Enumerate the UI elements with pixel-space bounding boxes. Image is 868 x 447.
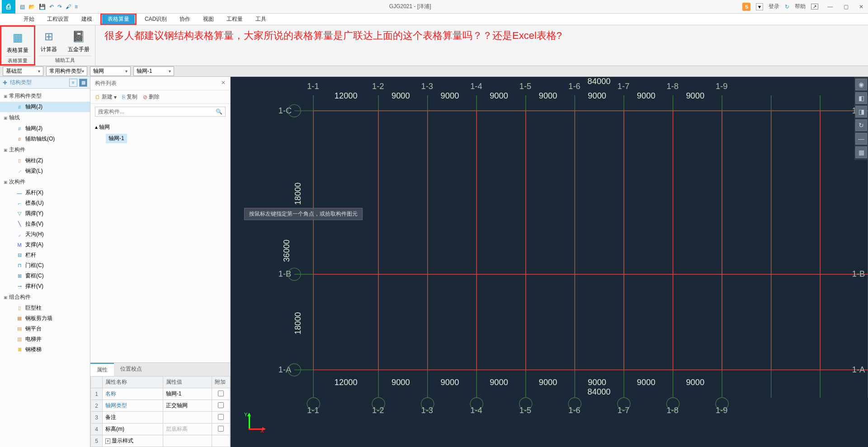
menu-tools[interactable]: 工具 — [250, 14, 272, 25]
close-icon[interactable]: ✕ — [854, 4, 868, 10]
tree-item[interactable]: ╲拉条(V) — [0, 219, 90, 229]
help-link[interactable]: 帮助 — [795, 3, 806, 10]
menu-table-calc[interactable]: 表格算量 — [102, 14, 135, 24]
tree-item[interactable]: ⟋钢梁(L) — [0, 166, 90, 176]
copy-button[interactable]: ⎘复制 — [122, 93, 137, 101]
table-row[interactable]: 5 +显示样式 — [91, 435, 230, 447]
component-type-dropdown[interactable]: 常用构件类型 — [46, 66, 87, 76]
tree-item-label: 系杆(X) — [25, 189, 43, 197]
svg-text:1-4: 1-4 — [470, 82, 482, 91]
search-icon[interactable]: 🔍 — [216, 108, 222, 115]
menu-modeling[interactable]: 建模 — [76, 14, 98, 25]
svg-text:9000: 9000 — [686, 378, 704, 387]
menu-cad[interactable]: CAD识别 — [139, 14, 172, 25]
search-box[interactable]: 🔍 — [95, 107, 226, 117]
item-icon: # — [16, 126, 23, 132]
menu-start[interactable]: 开始 — [18, 14, 40, 25]
cube2-icon[interactable]: ◨ — [855, 106, 867, 118]
table-row[interactable]: 3 备注 — [91, 412, 230, 423]
tree-root[interactable]: ▴ 轴网 — [95, 122, 226, 132]
refresh-icon[interactable]: ↻ — [855, 119, 867, 131]
tree-item[interactable]: ⊟栏杆 — [0, 250, 90, 260]
tree-item[interactable]: ◞天沟(H) — [0, 229, 90, 240]
s-badge-icon[interactable]: S — [742, 3, 750, 11]
floor-dropdown[interactable]: 基础层 — [3, 66, 43, 76]
align-icon[interactable]: ≡ — [75, 4, 78, 10]
tree-category[interactable]: 轴线 — [0, 112, 90, 123]
search-input[interactable] — [98, 108, 216, 115]
delete-button[interactable]: ⊘删除 — [143, 93, 160, 101]
grid-icon[interactable]: ▦ — [855, 146, 867, 158]
element-dropdown[interactable]: 轴网 — [90, 66, 131, 76]
tree-item[interactable]: ▦钢板剪力墙 — [0, 313, 90, 324]
tree-item[interactable]: ⊞窗框(C) — [0, 271, 90, 281]
new-icon[interactable]: ▤ — [20, 4, 25, 10]
item-icon: ⊸ — [16, 283, 23, 290]
calculator-button[interactable]: ⊞ 计算器 — [39, 28, 59, 55]
maximize-icon[interactable]: ▢ — [839, 4, 853, 10]
table-row[interactable]: 2 轴网类型 正交轴网 — [91, 400, 230, 412]
drawing-canvas[interactable]: 1-11-11-21-21-31-31-41-41-51-51-61-61-71… — [231, 77, 868, 447]
new-button[interactable]: 🗋新建 ▾ — [95, 93, 117, 101]
save-icon[interactable]: 💾 — [39, 4, 46, 10]
tree-item[interactable]: M支撑(A) — [0, 240, 90, 250]
tree-item-label: 窗框(C) — [25, 272, 44, 280]
svg-text:1-1: 1-1 — [307, 406, 319, 415]
table-row[interactable]: 1 名称 轴网-1 — [91, 388, 230, 400]
tree-item[interactable]: ⌐檩条(U) — [0, 198, 90, 208]
table-row[interactable]: 4 标高(m) 层底标高 — [91, 423, 230, 435]
item-icon: ⟋ — [16, 168, 23, 174]
login-link[interactable]: 登录 — [769, 3, 779, 10]
item-icon: ▦ — [16, 315, 23, 322]
tree-item[interactable]: —系杆(X) — [0, 188, 90, 198]
tree-item[interactable]: ▯巨型柱 — [0, 303, 90, 313]
tree-item[interactable]: #轴网(J) — [0, 123, 90, 134]
tree-item[interactable]: ⊓门框(C) — [0, 260, 90, 271]
menu-view[interactable]: 视图 — [198, 14, 219, 25]
menu-project-settings[interactable]: 工程设置 — [42, 14, 74, 25]
paint-icon[interactable]: 🖌 — [66, 4, 71, 10]
tree-item[interactable]: ▯钢柱(Z) — [0, 155, 90, 166]
table-calc-button[interactable]: ▦ 表格算量 — [5, 28, 30, 56]
component-instance-tree[interactable]: ▴ 轴网 轴网-1 — [90, 119, 230, 362]
component-tree[interactable]: 常用构件类型#轴网(J)轴线#轴网(J)#辅助轴线(O)主构件▯钢柱(Z)⟋钢梁… — [0, 89, 90, 447]
svg-text:9000: 9000 — [539, 91, 557, 100]
calculator-icon: ⊞ — [42, 29, 56, 44]
cube-icon[interactable]: ◧ — [855, 92, 867, 104]
minimize-icon[interactable]: — — [823, 4, 837, 10]
handbook-button[interactable]: 📓 五金手册 — [66, 28, 91, 55]
tree-category[interactable]: 次构件 — [0, 176, 90, 188]
pin-icon[interactable]: ✚ — [3, 80, 7, 86]
dash-icon[interactable]: — — [855, 133, 867, 145]
tree-item[interactable]: #轴网(J) — [0, 102, 90, 112]
tree-item[interactable]: ≣钢楼梯 — [0, 344, 90, 355]
list-view-icon[interactable]: ≡ — [69, 79, 77, 87]
tree-item[interactable]: ▤钢平台 — [0, 324, 90, 334]
tree-category[interactable]: 组合构件 — [0, 292, 90, 303]
tree-item-label: 钢平台 — [25, 325, 42, 333]
card-view-icon[interactable]: ▦ — [79, 79, 87, 87]
tree-item-label: 钢楼梯 — [25, 346, 42, 353]
tree-child[interactable]: 轴网-1 — [95, 132, 226, 145]
tree-item[interactable]: ▥电梯井 — [0, 334, 90, 344]
external-icon[interactable]: ↗ — [811, 4, 818, 9]
table-calc-label: 表格算量 — [7, 47, 28, 54]
instance-dropdown[interactable]: 轴网-1 — [133, 66, 174, 76]
redo-icon[interactable]: ↷ — [57, 4, 62, 10]
tab-properties[interactable]: 属性 — [90, 363, 114, 376]
tree-item[interactable]: ▽隅撑(Y) — [0, 208, 90, 219]
view-3d-icon[interactable]: ◉ — [855, 79, 867, 90]
menu-quantity[interactable]: 工程量 — [221, 14, 248, 25]
tree-item[interactable]: #辅助轴线(O) — [0, 134, 90, 144]
panel-close-icon[interactable]: ✕ — [221, 80, 226, 87]
item-icon: ⊞ — [16, 273, 23, 279]
tree-category[interactable]: 常用构件类型 — [0, 90, 90, 102]
tree-category[interactable]: 主构件 — [0, 144, 90, 155]
person-icon[interactable]: ↻ — [785, 4, 789, 10]
tab-position[interactable]: 位置校点 — [114, 363, 148, 376]
dropdown-small[interactable]: ▾ — [756, 3, 763, 10]
open-icon[interactable]: 📂 — [28, 4, 35, 10]
undo-icon[interactable]: ↶ — [49, 4, 54, 10]
tree-item[interactable]: ⊸撑杆(V) — [0, 281, 90, 292]
menu-collab[interactable]: 协作 — [174, 14, 196, 25]
